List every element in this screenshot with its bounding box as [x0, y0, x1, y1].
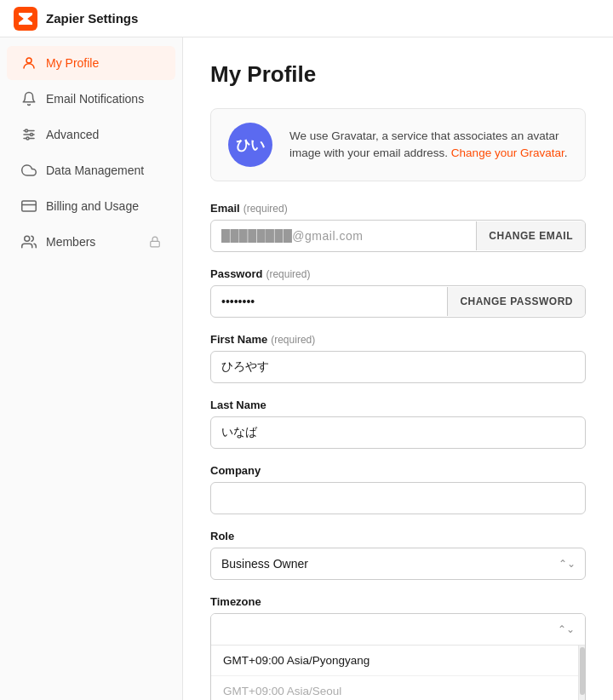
role-select-wrapper: Business Owner Developer Other ⌃⌄ [210, 548, 586, 580]
sidebar-item-billing[interactable]: Billing and Usage [7, 189, 175, 223]
sidebar-label-my-profile: My Profile [46, 56, 99, 70]
change-email-button[interactable]: CHANGE EMAIL [476, 221, 585, 250]
email-required-tag: (required) [243, 203, 288, 215]
first-name-field-group: First Name (required) [210, 333, 586, 383]
timezone-field-group: Timezone ⌃⌄ GMT+09:00 Asia/Pyongyang GMT… [210, 595, 586, 700]
password-input[interactable] [211, 286, 447, 317]
email-field-group: Email (required) CHANGE EMAIL [210, 202, 586, 252]
first-name-label: First Name (required) [210, 333, 586, 346]
email-label: Email (required) [210, 202, 586, 215]
sidebar-item-advanced[interactable]: Advanced [7, 118, 175, 152]
gravatar-section: ひい We use Gravatar, a service that assoc… [210, 108, 586, 181]
last-name-label: Last Name [210, 399, 586, 411]
sidebar-label-members: Members [46, 235, 95, 249]
avatar: ひい [228, 123, 272, 167]
first-name-input[interactable] [210, 351, 586, 383]
scrollbar-thumb [580, 647, 585, 695]
page-title: My Profile [210, 61, 586, 88]
email-input[interactable] [211, 221, 476, 251]
main-content: My Profile ひい We use Gravatar, a service… [183, 37, 613, 700]
timezone-list: GMT+09:00 Asia/Pyongyang GMT+09:00 Asia/… [211, 645, 585, 700]
sidebar: My Profile Email Notifications Advanced [0, 37, 183, 700]
cloud-icon [20, 162, 37, 179]
zapier-logo [14, 7, 37, 31]
top-bar: Zapier Settings [0, 0, 613, 37]
sliders-icon [20, 126, 37, 143]
timezone-list-container: GMT+09:00 Asia/Pyongyang GMT+09:00 Asia/… [211, 645, 585, 700]
timezone-dropdown: ⌃⌄ GMT+09:00 Asia/Pyongyang GMT+09:00 As… [210, 613, 586, 700]
svg-rect-10 [151, 241, 160, 246]
sidebar-label-billing: Billing and Usage [46, 199, 139, 213]
timezone-label: Timezone [210, 595, 586, 608]
sidebar-label-email-notifications: Email Notifications [46, 92, 144, 106]
first-name-required-tag: (required) [271, 334, 315, 346]
layout: My Profile Email Notifications Advanced [0, 37, 613, 700]
sidebar-item-email-notifications[interactable]: Email Notifications [7, 82, 175, 116]
company-field-group: Company [210, 464, 586, 514]
scrollbar-track [578, 645, 585, 700]
sidebar-item-data-management[interactable]: Data Management [7, 153, 175, 187]
sidebar-item-my-profile[interactable]: My Profile [7, 46, 175, 80]
timezone-option-pyongyang[interactable]: GMT+09:00 Asia/Pyongyang [211, 645, 585, 676]
password-label: Password (required) [210, 267, 586, 280]
password-field-row: CHANGE PASSWORD [210, 285, 586, 318]
gravatar-description: We use Gravatar, a service that associat… [289, 128, 568, 163]
company-label: Company [210, 464, 586, 477]
svg-point-5 [31, 134, 33, 136]
card-icon [20, 198, 37, 215]
app-title: Zapier Settings [46, 11, 138, 26]
password-field-group: Password (required) CHANGE PASSWORD [210, 267, 586, 318]
password-required-tag: (required) [266, 268, 310, 280]
timezone-search-input[interactable] [221, 623, 554, 636]
change-gravatar-link[interactable]: Change your Gravatar [451, 146, 564, 159]
svg-point-6 [26, 137, 29, 140]
svg-point-0 [26, 58, 32, 63]
gravatar-period: . [564, 146, 568, 159]
lock-icon [146, 233, 163, 250]
role-field-group: Role Business Owner Developer Other ⌃⌄ [210, 530, 586, 580]
last-name-field-group: Last Name [210, 399, 586, 449]
email-field-row: CHANGE EMAIL [210, 220, 586, 252]
sidebar-item-members[interactable]: Members [7, 225, 175, 259]
svg-rect-7 [22, 201, 37, 211]
timezone-option-seoul[interactable]: GMT+09:00 Asia/Seoul [211, 676, 585, 700]
svg-point-4 [26, 129, 28, 132]
last-name-input[interactable] [210, 416, 586, 449]
sidebar-label-data-management: Data Management [46, 164, 144, 177]
timezone-chevron-icon: ⌃⌄ [558, 623, 575, 635]
role-label: Role [210, 530, 586, 542]
group-icon [20, 233, 37, 250]
sidebar-label-advanced: Advanced [46, 128, 99, 141]
person-icon [20, 55, 37, 72]
timezone-input-row: ⌃⌄ [211, 614, 585, 645]
role-select[interactable]: Business Owner Developer Other [210, 548, 586, 580]
svg-point-9 [25, 236, 30, 241]
bell-icon [20, 90, 37, 107]
change-password-button[interactable]: CHANGE PASSWORD [447, 287, 585, 316]
company-input[interactable] [210, 482, 586, 514]
